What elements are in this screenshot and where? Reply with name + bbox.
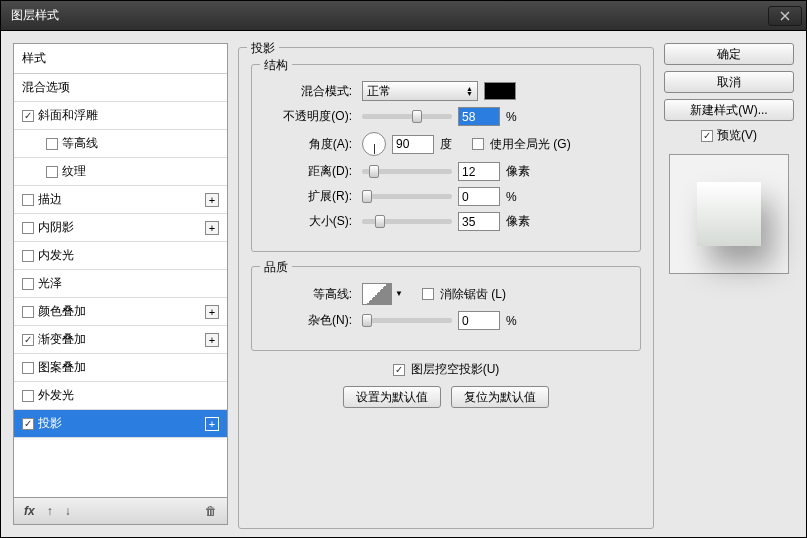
item-label: 渐变叠加 bbox=[38, 331, 86, 348]
knockout-checkbox[interactable] bbox=[393, 364, 405, 376]
blend-mode-label: 混合模式: bbox=[264, 83, 352, 100]
add-effect-icon[interactable]: + bbox=[205, 305, 219, 319]
list-item-stroke[interactable]: 描边 + bbox=[14, 186, 227, 214]
item-label: 光泽 bbox=[38, 275, 62, 292]
checkbox-icon[interactable] bbox=[22, 110, 34, 122]
add-effect-icon[interactable]: + bbox=[205, 221, 219, 235]
distance-row: 距离(D): 像素 bbox=[264, 162, 628, 181]
spread-input[interactable] bbox=[458, 187, 500, 206]
blend-mode-value: 正常 bbox=[367, 83, 391, 100]
size-unit: 像素 bbox=[506, 213, 530, 230]
styles-list: 样式 混合选项 斜面和浮雕 等高线 纹理 描边 bbox=[13, 43, 228, 497]
trash-icon[interactable]: 🗑 bbox=[205, 504, 217, 518]
item-label: 斜面和浮雕 bbox=[38, 107, 98, 124]
list-item-outer-glow[interactable]: 外发光 bbox=[14, 382, 227, 410]
main-fieldset: 投影 结构 混合模式: 正常 ▲▼ 不透明度(O): bbox=[238, 47, 654, 529]
distance-label: 距离(D): bbox=[264, 163, 352, 180]
list-item-blending-options[interactable]: 混合选项 bbox=[14, 74, 227, 102]
size-input[interactable] bbox=[458, 212, 500, 231]
checkbox-icon[interactable] bbox=[22, 306, 34, 318]
default-buttons-row: 设置为默认值 复位为默认值 bbox=[251, 386, 641, 408]
ok-button[interactable]: 确定 bbox=[664, 43, 794, 65]
preview-label: 预览(V) bbox=[717, 127, 757, 144]
list-item-satin[interactable]: 光泽 bbox=[14, 270, 227, 298]
blend-mode-dropdown[interactable]: 正常 ▲▼ bbox=[362, 81, 478, 101]
opacity-unit: % bbox=[506, 110, 517, 124]
contour-picker[interactable]: ▼ bbox=[362, 283, 392, 305]
opacity-input[interactable] bbox=[458, 107, 500, 126]
list-item-drop-shadow[interactable]: 投影 + bbox=[14, 410, 227, 438]
global-light-label: 使用全局光 (G) bbox=[490, 136, 571, 153]
window-close-button[interactable] bbox=[768, 6, 802, 26]
fx-icon[interactable]: fx bbox=[24, 504, 35, 518]
preview-checkbox[interactable] bbox=[701, 130, 713, 142]
structure-legend: 结构 bbox=[260, 57, 292, 74]
list-item-color-overlay[interactable]: 颜色叠加 + bbox=[14, 298, 227, 326]
preview-swatch bbox=[697, 182, 761, 246]
global-light-checkbox[interactable] bbox=[472, 138, 484, 150]
item-label: 图案叠加 bbox=[38, 359, 86, 376]
spread-unit: % bbox=[506, 190, 517, 204]
checkbox-icon[interactable] bbox=[22, 390, 34, 402]
size-slider[interactable] bbox=[362, 219, 452, 224]
checkbox-icon[interactable] bbox=[22, 278, 34, 290]
preview-toggle-row: 预览(V) bbox=[664, 127, 794, 144]
knockout-label: 图层挖空投影(U) bbox=[411, 361, 500, 378]
cancel-button[interactable]: 取消 bbox=[664, 71, 794, 93]
checkbox-icon[interactable] bbox=[22, 362, 34, 374]
blend-mode-row: 混合模式: 正常 ▲▼ bbox=[264, 81, 628, 101]
list-item-inner-shadow[interactable]: 内阴影 + bbox=[14, 214, 227, 242]
list-item-contour[interactable]: 等高线 bbox=[14, 130, 227, 158]
layer-style-dialog: 图层样式 样式 混合选项 斜面和浮雕 等高线 bbox=[0, 0, 807, 538]
opacity-slider[interactable] bbox=[362, 114, 452, 119]
spread-row: 扩展(R): % bbox=[264, 187, 628, 206]
styles-footer: fx ↑ ↓ 🗑 bbox=[13, 497, 228, 525]
checkbox-icon[interactable] bbox=[22, 194, 34, 206]
item-label: 等高线 bbox=[62, 135, 98, 152]
checkbox-icon[interactable] bbox=[22, 334, 34, 346]
shadow-color-swatch[interactable] bbox=[484, 82, 516, 100]
distance-input[interactable] bbox=[458, 162, 500, 181]
spread-slider[interactable] bbox=[362, 194, 452, 199]
antialias-checkbox[interactable] bbox=[422, 288, 434, 300]
checkbox-icon[interactable] bbox=[22, 222, 34, 234]
checkbox-icon[interactable] bbox=[46, 166, 58, 178]
window-title: 图层样式 bbox=[11, 7, 59, 24]
noise-row: 杂色(N): % bbox=[264, 311, 628, 330]
add-effect-icon[interactable]: + bbox=[205, 193, 219, 207]
item-label: 纹理 bbox=[62, 163, 86, 180]
reset-default-button[interactable]: 复位为默认值 bbox=[451, 386, 549, 408]
spread-label: 扩展(R): bbox=[264, 188, 352, 205]
distance-slider[interactable] bbox=[362, 169, 452, 174]
settings-panel: 投影 结构 混合模式: 正常 ▲▼ 不透明度(O): bbox=[238, 43, 654, 525]
item-label: 内阴影 bbox=[38, 219, 74, 236]
list-item-bevel[interactable]: 斜面和浮雕 bbox=[14, 102, 227, 130]
noise-input[interactable] bbox=[458, 311, 500, 330]
chevron-down-icon: ▼ bbox=[395, 289, 403, 298]
styles-panel: 样式 混合选项 斜面和浮雕 等高线 纹理 描边 bbox=[13, 43, 228, 525]
noise-slider[interactable] bbox=[362, 318, 452, 323]
list-item-gradient-overlay[interactable]: 渐变叠加 + bbox=[14, 326, 227, 354]
angle-input[interactable] bbox=[392, 135, 434, 154]
quality-legend: 品质 bbox=[260, 259, 292, 276]
move-down-icon[interactable]: ↓ bbox=[65, 504, 71, 518]
size-label: 大小(S): bbox=[264, 213, 352, 230]
add-effect-icon[interactable]: + bbox=[205, 417, 219, 431]
make-default-button[interactable]: 设置为默认值 bbox=[343, 386, 441, 408]
move-up-icon[interactable]: ↑ bbox=[47, 504, 53, 518]
add-effect-icon[interactable]: + bbox=[205, 333, 219, 347]
checkbox-icon[interactable] bbox=[46, 138, 58, 150]
dropdown-arrows-icon: ▲▼ bbox=[466, 86, 473, 96]
list-item-texture[interactable]: 纹理 bbox=[14, 158, 227, 186]
angle-dial[interactable] bbox=[362, 132, 386, 156]
list-item-pattern-overlay[interactable]: 图案叠加 bbox=[14, 354, 227, 382]
noise-label: 杂色(N): bbox=[264, 312, 352, 329]
styles-header: 样式 bbox=[14, 44, 227, 74]
item-label: 描边 bbox=[38, 191, 62, 208]
new-style-button[interactable]: 新建样式(W)... bbox=[664, 99, 794, 121]
action-panel: 确定 取消 新建样式(W)... 预览(V) bbox=[664, 43, 794, 525]
checkbox-icon[interactable] bbox=[22, 418, 34, 430]
list-item-inner-glow[interactable]: 内发光 bbox=[14, 242, 227, 270]
titlebar[interactable]: 图层样式 bbox=[1, 1, 806, 31]
checkbox-icon[interactable] bbox=[22, 250, 34, 262]
